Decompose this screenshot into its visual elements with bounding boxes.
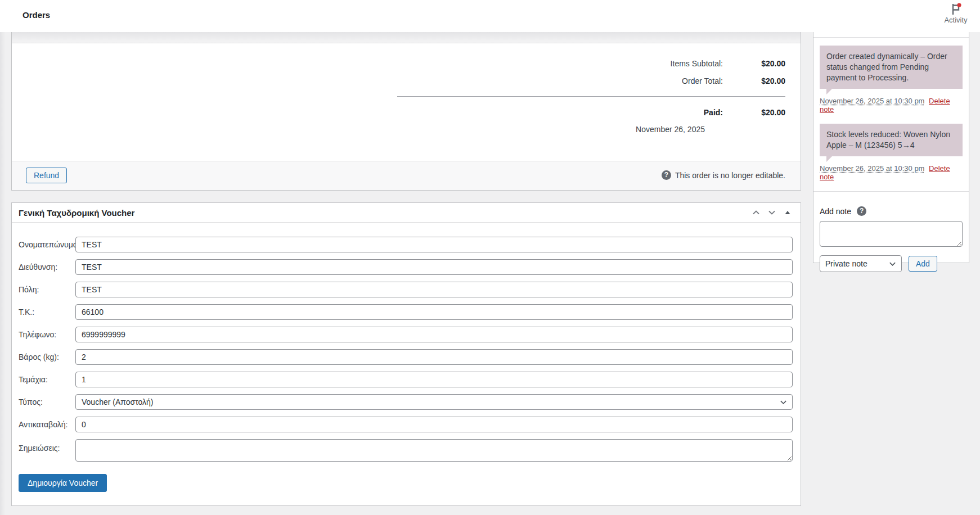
items-subtotal-label: Items Subtotal: bbox=[408, 59, 723, 68]
field-label-city: Πόλη: bbox=[19, 285, 75, 294]
type-select[interactable]: Voucher (Αποστολή) bbox=[75, 394, 793, 410]
move-up-button[interactable] bbox=[750, 207, 762, 218]
activity-flag-icon bbox=[950, 3, 962, 15]
city-input[interactable] bbox=[75, 282, 793, 297]
cod-amount-input[interactable] bbox=[75, 417, 793, 432]
note-date: November 26, 2025 at 10:30 pm bbox=[820, 97, 924, 105]
order-total-row: Order Total: $20.00 bbox=[408, 76, 785, 85]
items-subtotal-row: Items Subtotal: $20.00 bbox=[408, 59, 785, 68]
help-icon: ? bbox=[662, 170, 671, 180]
voucher-field-row: Τηλέφωνο: bbox=[19, 327, 793, 342]
paid-date: November 26, 2025 bbox=[636, 125, 705, 134]
phone-input[interactable] bbox=[75, 327, 793, 342]
notes-header-edge bbox=[813, 32, 969, 38]
voucher-field-row: Τεμάχια: bbox=[19, 372, 793, 387]
weight-input[interactable] bbox=[75, 349, 793, 365]
add-note-header: Add note ? bbox=[820, 206, 963, 216]
admin-menu-shadow bbox=[0, 32, 5, 515]
voucher-field-row: Διεύθυνση: bbox=[19, 259, 793, 275]
items-subtotal-value: $20.00 bbox=[723, 59, 785, 68]
field-label-postcode: Τ.Κ.: bbox=[19, 308, 75, 317]
activity-panel-button[interactable]: Activity bbox=[936, 3, 975, 24]
page-title: Orders bbox=[23, 10, 50, 20]
activity-unread-dot bbox=[957, 3, 961, 7]
chevron-up-icon bbox=[752, 208, 761, 217]
voucher-panel-title: Γενική Ταχυδρομική Voucher bbox=[19, 208, 134, 218]
order-total-value: $20.00 bbox=[723, 76, 785, 85]
field-label-notes: Σημειώσεις: bbox=[19, 439, 75, 453]
totals-divider bbox=[397, 96, 785, 97]
refund-button[interactable]: Refund bbox=[26, 168, 67, 183]
not-editable-notice: ? This order is no longer editable. bbox=[662, 170, 785, 180]
field-label-address: Διεύθυνση: bbox=[19, 263, 75, 272]
move-down-button[interactable] bbox=[766, 207, 777, 218]
voucher-panel: Γενική Ταχυδρομική Voucher Ονοματεπώνυμο… bbox=[11, 202, 801, 506]
voucher-field-row: Ονοματεπώνυμο: bbox=[19, 237, 793, 252]
add-note-section: Add note ? Private note Add bbox=[813, 191, 969, 272]
create-voucher-button[interactable]: Δημιουργία Voucher bbox=[19, 474, 107, 492]
voucher-field-row: Τ.Κ.: bbox=[19, 304, 793, 320]
paid-value: $20.00 bbox=[723, 108, 785, 117]
notes-textarea[interactable] bbox=[75, 439, 793, 462]
add-note-button[interactable]: Add bbox=[909, 256, 937, 272]
voucher-form: Ονοματεπώνυμο: Διεύθυνση: Πόλη: Τ.Κ.: Τη… bbox=[12, 223, 801, 492]
paid-label: Paid: bbox=[408, 108, 723, 117]
help-icon: ? bbox=[857, 206, 866, 216]
name-input[interactable] bbox=[75, 237, 793, 252]
items-table-edge bbox=[12, 32, 801, 43]
field-label-name: Ονοματεπώνυμο: bbox=[19, 240, 75, 249]
voucher-field-row: Αντικαταβολή: bbox=[19, 417, 793, 432]
type-select-wrap: Voucher (Αποστολή) bbox=[75, 394, 793, 410]
order-notes-panel: Order created dynamically – Order status… bbox=[813, 32, 969, 263]
field-label-weight: Βάρος (kg): bbox=[19, 353, 75, 362]
note-bubble-tail bbox=[826, 156, 832, 162]
order-items-panel: Items Subtotal: $20.00 Order Total: $20.… bbox=[11, 32, 801, 191]
order-note: Stock levels reduced: Woven Nylon Apple … bbox=[820, 124, 963, 181]
not-editable-text: This order is no longer editable. bbox=[675, 171, 785, 180]
add-note-textarea[interactable] bbox=[820, 221, 963, 247]
toggle-panel-button[interactable] bbox=[782, 207, 793, 218]
order-note-content: Order created dynamically – Order status… bbox=[820, 46, 963, 89]
add-note-label: Add note bbox=[820, 207, 851, 216]
voucher-field-row: Σημειώσεις: bbox=[19, 439, 793, 462]
field-label-phone: Τηλέφωνο: bbox=[19, 330, 75, 339]
activity-label: Activity bbox=[936, 16, 975, 24]
note-type-select[interactable]: Private note bbox=[820, 255, 902, 272]
voucher-field-row: Πόλη: bbox=[19, 282, 793, 297]
order-note-meta: November 26, 2025 at 10:30 pm Delete not… bbox=[820, 164, 963, 181]
add-note-controls: Private note Add bbox=[820, 255, 963, 272]
pieces-input[interactable] bbox=[75, 372, 793, 387]
order-notes-list: Order created dynamically – Order status… bbox=[813, 38, 969, 181]
note-bubble-tail bbox=[826, 89, 832, 94]
voucher-field-row: Τύπος: Voucher (Αποστολή) bbox=[19, 394, 793, 410]
note-type-select-wrap: Private note bbox=[820, 255, 902, 272]
order-note-meta: November 26, 2025 at 10:30 pm Delete not… bbox=[820, 97, 963, 114]
order-note-content: Stock levels reduced: Woven Nylon Apple … bbox=[820, 124, 963, 156]
chevron-down-icon bbox=[767, 208, 776, 217]
voucher-field-row: Βάρος (kg): bbox=[19, 349, 793, 365]
top-bar: Orders Activity bbox=[0, 0, 980, 32]
field-label-pieces: Τεμάχια: bbox=[19, 375, 75, 384]
order-total-label: Order Total: bbox=[408, 76, 723, 85]
note-date: November 26, 2025 at 10:30 pm bbox=[820, 164, 924, 173]
order-actions-footer: Refund ? This order is no longer editabl… bbox=[12, 161, 801, 190]
field-label-cod: Αντικαταβολή: bbox=[19, 420, 75, 429]
postcode-input[interactable] bbox=[75, 304, 793, 320]
order-note: Order created dynamically – Order status… bbox=[820, 46, 963, 114]
triangle-up-icon bbox=[784, 209, 791, 216]
address-input[interactable] bbox=[75, 259, 793, 275]
voucher-panel-header: Γενική Ταχυδρομική Voucher bbox=[12, 203, 801, 223]
paid-row: Paid: $20.00 bbox=[408, 108, 785, 117]
panel-controls bbox=[750, 207, 793, 218]
field-label-type: Τύπος: bbox=[19, 397, 75, 406]
